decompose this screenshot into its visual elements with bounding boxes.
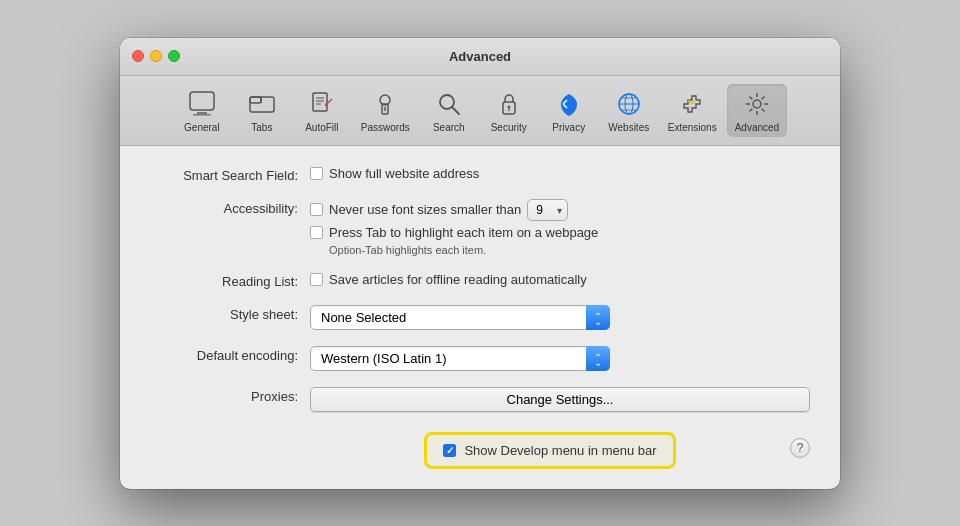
smart-search-row: Smart Search Field: Show full website ad… <box>150 166 810 183</box>
show-full-address-row: Show full website address <box>310 166 810 181</box>
svg-line-32 <box>749 108 752 111</box>
websites-label: Websites <box>608 122 649 133</box>
show-full-address-checkbox[interactable] <box>310 167 323 180</box>
svg-rect-6 <box>313 93 327 111</box>
passwords-label: Passwords <box>361 122 410 133</box>
change-settings-button[interactable]: Change Settings... <box>310 387 810 412</box>
style-sheet-select[interactable]: None Selected <box>310 305 610 330</box>
press-tab-checkbox[interactable] <box>310 226 323 239</box>
title-bar: Advanced <box>120 38 840 76</box>
never-font-row: Never use font sizes smaller than 9 <box>310 199 810 221</box>
font-size-wrapper: 9 <box>527 199 568 221</box>
toolbar-item-tabs[interactable]: Tabs <box>233 84 291 137</box>
svg-line-29 <box>749 96 752 99</box>
svg-line-15 <box>452 107 459 114</box>
font-size-select[interactable]: 9 <box>527 199 568 221</box>
traffic-lights <box>132 50 180 62</box>
svg-line-31 <box>762 96 765 99</box>
accessibility-hint: Option-Tab highlights each item. <box>329 244 810 256</box>
show-full-address-label: Show full website address <box>329 166 479 181</box>
svg-point-24 <box>753 100 761 108</box>
proxies-row: Proxies: Change Settings... <box>150 387 810 412</box>
tabs-label: Tabs <box>251 122 272 133</box>
toolbar-item-search[interactable]: Search <box>420 84 478 137</box>
toolbar: General Tabs <box>120 76 840 146</box>
websites-icon <box>613 88 645 120</box>
svg-point-17 <box>507 105 510 108</box>
toolbar-item-extensions[interactable]: Extensions <box>660 84 725 137</box>
minimize-button[interactable] <box>150 50 162 62</box>
autofill-icon <box>306 88 338 120</box>
svg-rect-2 <box>193 114 211 116</box>
advanced-label: Advanced <box>735 122 779 133</box>
save-articles-row: Save articles for offline reading automa… <box>310 272 810 287</box>
show-develop-menu-section: Show Develop menu in menu bar <box>424 432 675 469</box>
search-icon <box>433 88 465 120</box>
svg-rect-3 <box>250 97 261 103</box>
never-font-label: Never use font sizes smaller than <box>329 202 521 217</box>
search-label: Search <box>433 122 465 133</box>
press-tab-label: Press Tab to highlight each item on a we… <box>329 225 598 240</box>
smart-search-control: Show full website address <box>310 166 810 181</box>
svg-rect-1 <box>197 112 207 114</box>
default-encoding-row: Default encoding: Western (ISO Latin 1) … <box>150 346 810 371</box>
general-icon <box>186 88 218 120</box>
toolbar-item-passwords[interactable]: Passwords <box>353 84 418 137</box>
reading-list-label: Reading List: <box>150 272 310 289</box>
save-articles-label: Save articles for offline reading automa… <box>329 272 587 287</box>
never-font-checkbox[interactable] <box>310 203 323 216</box>
toolbar-item-security[interactable]: Security <box>480 84 538 137</box>
advanced-icon <box>741 88 773 120</box>
svg-rect-0 <box>190 92 214 110</box>
settings-content: Smart Search Field: Show full website ad… <box>120 146 840 489</box>
smart-search-label: Smart Search Field: <box>150 166 310 183</box>
style-sheet-label: Style sheet: <box>150 305 310 322</box>
security-icon <box>493 88 525 120</box>
reading-list-row: Reading List: Save articles for offline … <box>150 272 810 289</box>
general-label: General <box>184 122 220 133</box>
default-encoding-control: Western (ISO Latin 1) Unicode (UTF-8) <box>310 346 810 371</box>
autofill-label: AutoFill <box>305 122 338 133</box>
show-develop-menu-label: Show Develop menu in menu bar <box>464 443 656 458</box>
window-title: Advanced <box>449 49 511 64</box>
reading-list-control: Save articles for offline reading automa… <box>310 272 810 287</box>
save-articles-checkbox[interactable] <box>310 273 323 286</box>
security-label: Security <box>491 122 527 133</box>
proxies-control: Change Settings... <box>310 387 810 412</box>
tabs-icon <box>246 88 278 120</box>
bottom-row: Show Develop menu in menu bar ? <box>150 428 810 469</box>
proxies-label: Proxies: <box>150 387 310 404</box>
extensions-label: Extensions <box>668 122 717 133</box>
maximize-button[interactable] <box>168 50 180 62</box>
default-encoding-wrapper: Western (ISO Latin 1) Unicode (UTF-8) <box>310 346 610 371</box>
extensions-icon <box>676 88 708 120</box>
default-encoding-label: Default encoding: <box>150 346 310 363</box>
style-sheet-row: Style sheet: None Selected <box>150 305 810 330</box>
show-develop-menu-checkbox[interactable] <box>443 444 456 457</box>
toolbar-item-advanced[interactable]: Advanced <box>727 84 787 137</box>
svg-rect-4 <box>250 97 274 112</box>
accessibility-row: Accessibility: Never use font sizes smal… <box>150 199 810 256</box>
passwords-icon <box>369 88 401 120</box>
privacy-icon <box>553 88 585 120</box>
style-sheet-control: None Selected <box>310 305 810 330</box>
toolbar-item-privacy[interactable]: Privacy <box>540 84 598 137</box>
help-button[interactable]: ? <box>790 438 810 458</box>
style-sheet-wrapper: None Selected <box>310 305 610 330</box>
preferences-window: Advanced General Tabs <box>120 38 840 489</box>
press-tab-row: Press Tab to highlight each item on a we… <box>310 225 810 240</box>
toolbar-item-autofill[interactable]: AutoFill <box>293 84 351 137</box>
close-button[interactable] <box>132 50 144 62</box>
default-encoding-select[interactable]: Western (ISO Latin 1) Unicode (UTF-8) <box>310 346 610 371</box>
toolbar-item-general[interactable]: General <box>173 84 231 137</box>
accessibility-control: Never use font sizes smaller than 9 Pres… <box>310 199 810 256</box>
svg-line-30 <box>762 108 765 111</box>
accessibility-label: Accessibility: <box>150 199 310 216</box>
toolbar-item-websites[interactable]: Websites <box>600 84 658 137</box>
privacy-label: Privacy <box>552 122 585 133</box>
